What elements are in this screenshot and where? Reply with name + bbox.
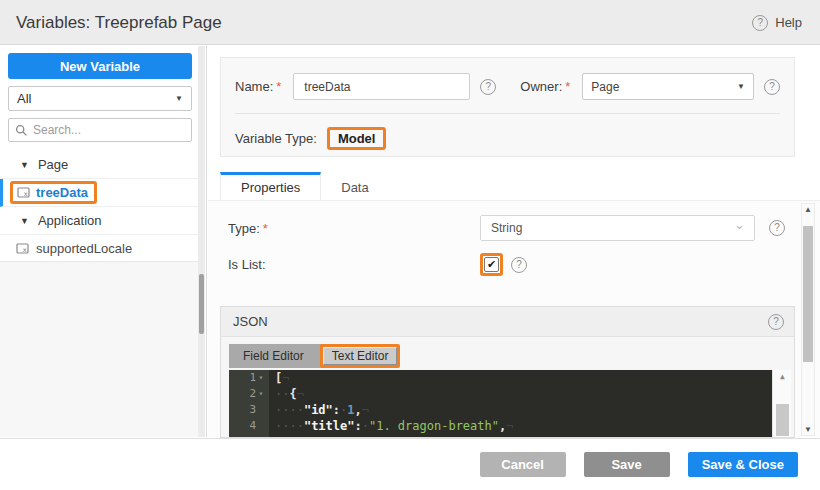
form-divider [235, 113, 780, 114]
text-editor-button[interactable]: Text Editor [323, 347, 398, 365]
field-editor-button[interactable]: Field Editor [229, 349, 318, 363]
variable-type-value: Model [327, 127, 387, 150]
tree-group-application[interactable]: ▼ Application [0, 207, 200, 235]
page-title: Variables: Treeprefab Page [16, 0, 222, 45]
treedata-highlight: x treeData [10, 181, 97, 204]
owner-label: Owner:* [520, 79, 570, 94]
line-number: 3 [249, 402, 256, 418]
code-line: [¬ [275, 370, 791, 386]
svg-text:x: x [24, 190, 28, 198]
help-icon: ? [752, 15, 768, 31]
type-help-icon[interactable]: ? [769, 220, 785, 236]
owner-help-icon[interactable]: ? [764, 79, 780, 95]
help-label: Help [775, 15, 802, 30]
cancel-button[interactable]: Cancel [480, 452, 566, 477]
tree-item-treedata[interactable]: x treeData [0, 179, 200, 207]
dialog-footer: Cancel Save Save & Close [0, 438, 820, 490]
json-help-icon[interactable]: ? [768, 314, 784, 330]
variables-tree: ▼ Page x treeData ▼ Application [0, 151, 200, 263]
is-list-checkbox[interactable]: ✔ [484, 257, 499, 272]
help-link[interactable]: ? Help [752, 0, 802, 45]
owner-value: Page [591, 80, 619, 94]
tree-item-supportedlocale[interactable]: x supportedLocale [0, 235, 200, 263]
filter-value: All [17, 91, 31, 106]
line-number: 4 [249, 418, 256, 434]
json-section-header: JSON ? [221, 307, 794, 337]
sidebar-scrollbar-thumb[interactable] [199, 274, 204, 334]
tree-group-label: Application [38, 213, 102, 228]
owner-select[interactable]: Page ▼ [582, 73, 754, 100]
type-value: String [491, 221, 522, 235]
editor-gutter: 1▾ 2▾ 3 4 [229, 370, 269, 438]
chevron-down-icon: ⌄ [734, 217, 745, 232]
code-line: ··{¬ [275, 386, 791, 402]
name-input[interactable] [293, 73, 470, 100]
tab-properties[interactable]: Properties [220, 172, 321, 200]
model-variable-icon: x [17, 186, 30, 199]
search-icon [15, 124, 28, 137]
dropdown-arrow-icon: ▼ [737, 82, 745, 91]
is-list-label: Is List: [228, 257, 480, 272]
variable-filter-select[interactable]: All ▼ [8, 86, 192, 111]
json-section: JSON ? Field Editor Text Editor 1▾ 2▾ 3 … [220, 306, 795, 438]
new-variable-button[interactable]: New Variable [8, 53, 192, 79]
json-code-editor[interactable]: 1▾ 2▾ 3 4 [¬ ··{¬ ····"id":·1,¬ ····"tit… [229, 370, 791, 438]
properties-tab-content: Type:* String ⌄ ? Is List: ✔ ? JSON ? [208, 200, 820, 437]
name-help-icon[interactable]: ? [480, 79, 496, 95]
tab-data[interactable]: Data [321, 172, 388, 200]
is-list-help-icon[interactable]: ? [511, 257, 527, 273]
code-line: ····"title":·"1. dragon-breath",¬ [275, 418, 791, 434]
text-editor-highlight: Text Editor [320, 344, 401, 368]
type-label: Type:* [228, 221, 480, 236]
check-icon: ✔ [487, 258, 496, 271]
scroll-up-icon[interactable]: ▲ [773, 372, 792, 381]
dropdown-arrow-icon: ▼ [175, 94, 183, 103]
required-asterisk: * [263, 221, 268, 236]
tree-item-label: treeData [36, 185, 88, 200]
type-select[interactable]: String ⌄ [480, 215, 755, 241]
tree-empty-area [0, 261, 200, 437]
editor-code-area[interactable]: [¬ ··{¬ ····"id":·1,¬ ····"title":·"1. d… [269, 370, 791, 438]
dialog-header: Variables: Treeprefab Page ? Help [0, 0, 820, 45]
tree-item-label: supportedLocale [36, 241, 132, 256]
save-button[interactable]: Save [584, 452, 670, 477]
save-close-button[interactable]: Save & Close [688, 452, 798, 477]
tree-group-page[interactable]: ▼ Page [0, 151, 200, 179]
editor-scrollbar-thumb[interactable] [776, 404, 789, 436]
search-input[interactable] [33, 123, 185, 137]
sidebar: New Variable All ▼ ▼ Page [0, 46, 207, 437]
variable-form-card: Name:* ? Owner:* Page ▼ ? Variable Type:… [220, 57, 795, 157]
is-list-highlight: ✔ [480, 253, 503, 276]
json-title: JSON [233, 314, 268, 329]
properties-scrollbar-thumb[interactable] [803, 226, 813, 362]
collapse-arrow-icon: ▼ [20, 160, 29, 170]
scroll-down-icon[interactable]: ▼ [802, 425, 814, 434]
editor-mode-toggle: Field Editor Text Editor [229, 344, 396, 368]
line-number: 2 [249, 386, 256, 402]
scroll-up-icon[interactable]: ▲ [802, 205, 814, 214]
required-asterisk: * [276, 79, 281, 94]
name-label: Name:* [235, 79, 281, 94]
svg-text:x: x [23, 246, 27, 254]
model-variable-icon: x [16, 242, 29, 255]
code-line: ····"id":·1,¬ [275, 402, 791, 418]
collapse-arrow-icon: ▼ [20, 216, 29, 226]
fold-icon[interactable]: ▾ [256, 386, 266, 402]
editor-scrollbar[interactable]: ▲ [772, 370, 791, 438]
tab-bar: Properties Data [220, 172, 389, 200]
main-panel: Name:* ? Owner:* Page ▼ ? Variable Type:… [208, 46, 820, 437]
variables-dialog: Variables: Treeprefab Page ? Help New Va… [0, 0, 820, 490]
sidebar-scrollbar[interactable] [198, 46, 205, 437]
line-number: 1 [249, 370, 256, 386]
required-asterisk: * [565, 79, 570, 94]
search-box [8, 118, 192, 142]
tree-group-label: Page [38, 157, 68, 172]
properties-scrollbar[interactable]: ▲ ▼ [801, 203, 815, 436]
fold-icon[interactable]: ▾ [256, 370, 266, 386]
variable-type-label: Variable Type: [235, 131, 317, 146]
